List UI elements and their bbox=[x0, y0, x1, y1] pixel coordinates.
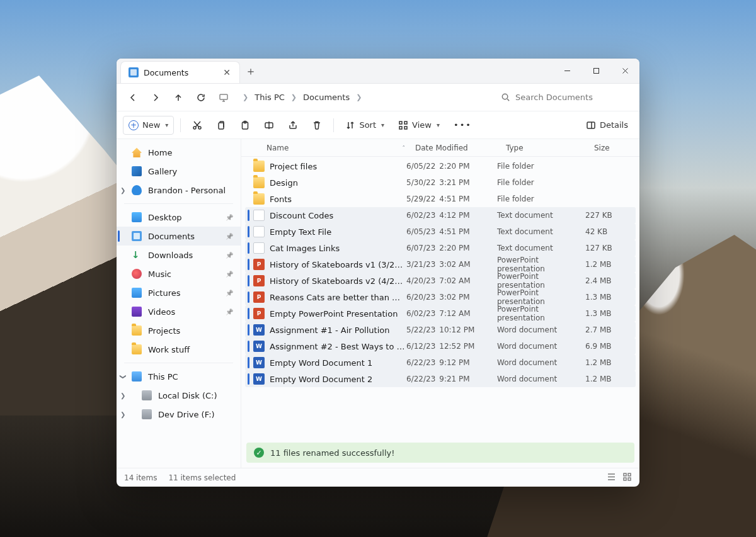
nav-sidebar[interactable]: HomeGallery❯Brandon - PersonalDesktop📌Do… bbox=[117, 139, 241, 468]
file-date: 5/22/2310:12 PM bbox=[406, 325, 497, 334]
folder-file-icon bbox=[253, 177, 265, 188]
file-row[interactable]: Project files6/05/222:20 PMFile folder bbox=[245, 158, 636, 174]
sidebar-item-music[interactable]: Music📌 bbox=[117, 264, 241, 283]
file-type: File folder bbox=[497, 162, 585, 171]
sidebar-item-work-stuff[interactable]: Work stuff bbox=[117, 340, 241, 359]
file-size: 2.7 MB bbox=[585, 325, 636, 334]
minimize-button[interactable] bbox=[553, 59, 581, 83]
file-date: 5/29/224:51 PM bbox=[406, 195, 497, 203]
sidebar-item-pictures[interactable]: Pictures📌 bbox=[117, 283, 241, 302]
more-button[interactable]: ••• bbox=[449, 116, 477, 135]
svg-rect-11 bbox=[399, 127, 402, 129]
tab-documents[interactable]: Documents ✕ bbox=[120, 61, 240, 83]
sidebar-item-this-pc[interactable]: ❯This PC bbox=[117, 367, 241, 386]
file-row[interactable]: PEmpty PowerPoint Presentation6/02/237:1… bbox=[245, 305, 636, 322]
view-button[interactable]: View ▾ bbox=[393, 116, 445, 135]
sidebar-item-documents[interactable]: Documents📌 bbox=[117, 227, 241, 246]
up-button[interactable] bbox=[168, 88, 188, 108]
sidebar-item-local-disk-c-[interactable]: ❯Local Disk (C:) bbox=[117, 386, 241, 405]
gallery-icon bbox=[132, 166, 142, 176]
sidebar-item-label: Work stuff bbox=[148, 345, 190, 354]
toolbar: + New ▾ Sort ▾ View ▾ ••• bbox=[117, 111, 639, 139]
sidebar-item-brandon-personal[interactable]: ❯Brandon - Personal bbox=[117, 181, 241, 200]
column-headers[interactable]: Name ˄ Date Modified Type Size bbox=[241, 139, 639, 157]
sidebar-item-dev-drive-f-[interactable]: ❯Dev Drive (F:) bbox=[117, 405, 241, 424]
rename-button[interactable] bbox=[259, 116, 279, 135]
divider bbox=[124, 203, 233, 204]
selection-indicator bbox=[248, 357, 249, 368]
file-list[interactable]: Project files6/05/222:20 PMFile folderDe… bbox=[241, 157, 639, 439]
breadcrumb[interactable]: ❯ This PC ❯ Documents ❯ bbox=[236, 90, 492, 105]
expander-icon[interactable]: ❯ bbox=[120, 187, 125, 194]
file-type: Text document bbox=[497, 227, 585, 236]
file-row[interactable]: WEmpty Word Document 16/22/239:12 PMWord… bbox=[245, 354, 636, 371]
file-row[interactable]: Discount Codes6/02/234:12 PMText documen… bbox=[245, 207, 636, 223]
sidebar-item-gallery[interactable]: Gallery bbox=[117, 162, 241, 181]
copy-button[interactable] bbox=[211, 116, 231, 135]
view-icon bbox=[398, 120, 408, 130]
col-date[interactable]: Date Modified bbox=[410, 144, 501, 152]
file-name: Empty Text File bbox=[270, 227, 406, 237]
tab-close-button[interactable]: ✕ bbox=[222, 67, 232, 78]
col-name[interactable]: Name ˄ bbox=[248, 144, 410, 152]
titlebar[interactable]: Documents ✕ ＋ bbox=[117, 59, 639, 84]
close-button[interactable] bbox=[610, 59, 639, 83]
file-date: 3/21/233:02 AM bbox=[406, 260, 497, 269]
new-button[interactable]: + New ▾ bbox=[123, 116, 174, 135]
crumb-this-pc[interactable]: This PC bbox=[253, 90, 286, 105]
file-type: Word document bbox=[497, 342, 585, 351]
ppt-file-icon: P bbox=[253, 259, 265, 270]
file-row[interactable]: Cat Images Links6/07/232:20 PMText docum… bbox=[245, 240, 636, 256]
file-row[interactable]: Fonts5/29/224:51 PMFile folder bbox=[245, 191, 636, 207]
file-name: Fonts bbox=[270, 195, 406, 204]
file-row[interactable]: Empty Text File6/05/234:51 PMText docume… bbox=[245, 223, 636, 240]
file-size: 2.4 MB bbox=[585, 276, 636, 285]
sidebar-item-desktop[interactable]: Desktop📌 bbox=[117, 208, 241, 227]
new-tab-button[interactable]: ＋ bbox=[240, 59, 261, 83]
sort-button[interactable]: Sort ▾ bbox=[340, 116, 389, 135]
sidebar-item-label: Gallery bbox=[148, 167, 177, 176]
file-size: 1.2 MB bbox=[585, 260, 636, 269]
crumb-documents[interactable]: Documents bbox=[302, 90, 351, 105]
sidebar-item-downloads[interactable]: Downloads📌 bbox=[117, 246, 241, 264]
share-button[interactable] bbox=[283, 116, 303, 135]
sidebar-item-label: Pictures bbox=[148, 288, 180, 298]
check-circle-icon: ✓ bbox=[254, 448, 264, 458]
file-name: Project files bbox=[270, 162, 406, 171]
svg-rect-13 bbox=[587, 122, 595, 128]
file-row[interactable]: WAssignment #1 - Air Pollution5/22/2310:… bbox=[245, 322, 636, 338]
details-pane-button[interactable]: Details bbox=[581, 116, 633, 135]
view-label: View bbox=[412, 120, 432, 130]
file-row[interactable]: PHistory of Skateboards v2 (4/20/23)4/20… bbox=[245, 273, 636, 289]
col-name-label: Name bbox=[266, 144, 289, 152]
forward-button[interactable] bbox=[146, 88, 166, 108]
maximize-button[interactable] bbox=[581, 59, 610, 83]
col-size[interactable]: Size bbox=[589, 144, 639, 152]
sidebar-item-projects[interactable]: Projects bbox=[117, 321, 241, 340]
file-row[interactable]: PHistory of Skateboards v1 (3/21/23)3/21… bbox=[245, 256, 636, 273]
selection-indicator bbox=[248, 177, 249, 188]
col-type[interactable]: Type bbox=[501, 144, 589, 152]
svg-rect-0 bbox=[593, 69, 598, 74]
refresh-button[interactable] bbox=[191, 88, 211, 108]
expander-icon[interactable]: ❯ bbox=[120, 392, 125, 399]
list-view-button[interactable] bbox=[607, 472, 616, 483]
sidebar-item-videos[interactable]: Videos📌 bbox=[117, 302, 241, 321]
grid-view-button[interactable] bbox=[622, 472, 632, 483]
delete-button[interactable] bbox=[307, 116, 327, 135]
file-row[interactable]: WAssignment #2 - Best Ways to Evade Taxe… bbox=[245, 338, 636, 354]
search-box[interactable]: Search Documents bbox=[495, 88, 633, 107]
expander-icon[interactable]: ❯ bbox=[120, 411, 125, 418]
back-button[interactable] bbox=[123, 88, 143, 108]
file-row[interactable]: WEmpty Word Document 26/22/239:21 PMWord… bbox=[245, 371, 636, 387]
file-type: File folder bbox=[497, 178, 585, 187]
paste-button[interactable] bbox=[235, 116, 255, 135]
cut-button[interactable] bbox=[187, 116, 207, 135]
sidebar-item-home[interactable]: Home bbox=[117, 143, 241, 162]
file-row[interactable]: PReasons Cats are better than Dogs6/20/2… bbox=[245, 289, 636, 305]
file-row[interactable]: Design5/30/223:21 PMFile folder bbox=[245, 174, 636, 191]
ppt-file-icon: P bbox=[253, 291, 265, 303]
status-count: 14 items bbox=[124, 473, 157, 482]
expander-icon[interactable]: ❯ bbox=[120, 374, 127, 379]
selection-indicator bbox=[248, 242, 249, 254]
